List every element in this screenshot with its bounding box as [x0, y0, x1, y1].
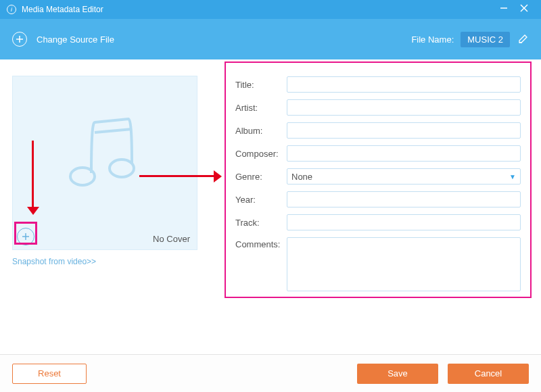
composer-label: Composer:: [235, 149, 287, 159]
title-label: Title:: [235, 80, 287, 90]
change-source-label: Change Source File: [37, 34, 114, 45]
comments-label: Comments:: [235, 237, 287, 249]
snapshot-from-video-link[interactable]: Snapshot from video>>: [12, 257, 96, 266]
pencil-icon: [518, 33, 529, 44]
comments-input[interactable]: [287, 237, 521, 291]
toolbar: Change Source File File Name: MUSIC 2: [0, 19, 541, 59]
track-input[interactable]: [287, 214, 521, 230]
info-icon: i: [7, 5, 16, 14]
annotation-arrow-right: [139, 170, 223, 184]
year-label: Year:: [235, 195, 287, 205]
music-note-icon: [61, 109, 149, 197]
main-area: No Cover Snapshot from video>> Title: Ar…: [0, 59, 541, 354]
plus-icon: [16, 35, 24, 43]
close-button[interactable]: [514, 3, 534, 16]
change-source-button[interactable]: [12, 32, 27, 47]
minimize-button[interactable]: [494, 3, 514, 16]
chevron-down-icon: ▼: [509, 173, 516, 180]
app-title: Media Metadata Editor: [22, 5, 103, 14]
minimize-icon: [499, 3, 509, 13]
save-button[interactable]: Save: [357, 364, 438, 384]
genre-selected-value: None: [291, 172, 312, 182]
filename-value[interactable]: MUSIC 2: [461, 32, 510, 47]
edit-filename-button[interactable]: [518, 33, 529, 46]
no-cover-text: No Cover: [153, 234, 190, 244]
metadata-form: Title: Artist: Album: Composer: Genre: N…: [225, 62, 532, 298]
year-input[interactable]: [287, 191, 521, 207]
track-label: Track:: [235, 218, 287, 228]
artist-input[interactable]: [287, 99, 521, 116]
footer: Reset Save Cancel: [0, 354, 541, 392]
svg-point-6: [70, 168, 95, 185]
title-bar: i Media Metadata Editor: [0, 0, 541, 19]
cancel-button[interactable]: Cancel: [448, 364, 529, 384]
genre-label: Genre:: [235, 172, 287, 182]
reset-button[interactable]: Reset: [12, 364, 87, 384]
artist-label: Artist:: [235, 103, 287, 113]
annotation-box-add-cover: [14, 222, 37, 245]
composer-input[interactable]: [287, 145, 521, 162]
filename-label: File Name:: [411, 34, 454, 45]
genre-select[interactable]: None ▼: [287, 168, 521, 185]
album-input[interactable]: [287, 122, 521, 139]
close-icon: [519, 3, 529, 13]
svg-point-7: [110, 160, 134, 177]
annotation-arrow-down: [27, 141, 41, 215]
title-input[interactable]: [287, 76, 521, 93]
album-label: Album:: [235, 126, 287, 136]
